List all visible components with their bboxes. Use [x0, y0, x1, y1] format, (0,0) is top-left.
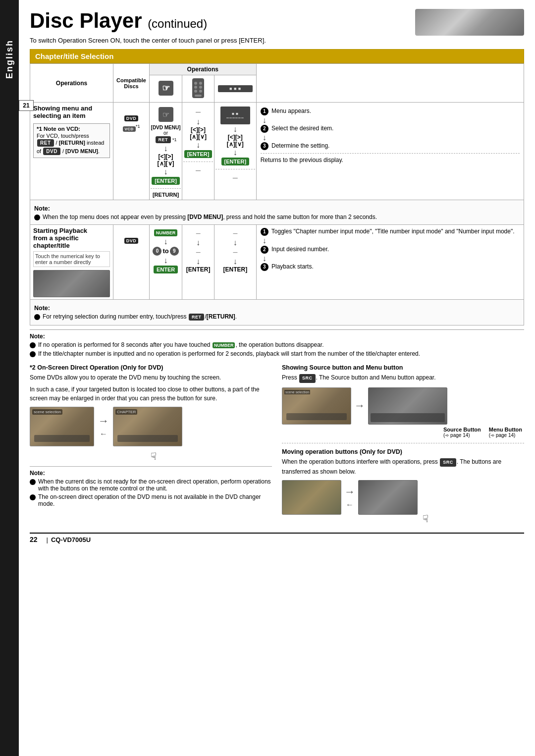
col-header-operations-span: Operations — [149, 64, 256, 75]
enter-btn-unit: [ENTER] — [221, 158, 250, 165]
note-section-2: Note: For retrying selection during numb… — [34, 302, 520, 323]
page-number-box: 21 — [19, 100, 34, 111]
left-note-item-1: When the current disc is not ready for t… — [30, 478, 272, 492]
screenshot-left-2: CHAPTER — [113, 407, 182, 446]
row1-label: Showing menu andselecting an item — [33, 105, 110, 119]
svg-text:☞: ☞ — [162, 110, 169, 119]
row2-remote: – ↓ – ↓ [ENTER] — [182, 225, 214, 300]
moving-ops-title: Moving operation buttons (Only for DVD) — [282, 448, 524, 455]
note-bullet-1: When the top menu does not appear even b… — [34, 214, 520, 220]
unit-icon-header: ■ ■ ■ — [218, 85, 253, 92]
col-header-remote — [182, 75, 214, 103]
table-row-note2: Note: For retrying selection during numb… — [30, 300, 524, 325]
right-column: Showing Source button and Menu button Pr… — [282, 364, 524, 525]
note-bullet-2: For retrying selection during number ent… — [34, 313, 520, 321]
hand-pointer-icon: ☟ — [35, 450, 272, 462]
left-para-1: Some DVDs allow you to operate the DVD m… — [30, 373, 272, 382]
arrow-left-2: ← — [346, 500, 354, 509]
svg-text:☞: ☞ — [162, 83, 170, 93]
row2-desc: 1 Toggles "Chapter number input mode", "… — [256, 225, 524, 300]
source-button-label: Source Button — [443, 427, 481, 432]
col-header-compat: Compatible Discs — [113, 64, 150, 103]
right-arrow-icon: → — [354, 399, 365, 412]
svg-point-3 — [194, 82, 197, 85]
bottom-note-section: Note: If no operation is performed for 8… — [30, 329, 524, 357]
footer-page-number: 22 — [30, 536, 38, 543]
step3-circle: 3 — [261, 142, 268, 150]
page-footer: 22 | CQ-VD7005U — [30, 533, 524, 543]
subtitle: To switch Operation Screen ON, touch the… — [30, 37, 524, 44]
note-section-1: Note: When the top menu does not appear … — [34, 202, 520, 222]
step1-circle: 1 — [261, 108, 268, 115]
vcd-note-title: *1 Note on VCD: — [37, 126, 107, 132]
left-section-title: *2 On-Screen Direct Operation (Only for … — [30, 364, 272, 371]
main-content: Disc Player (continued) To switch Operat… — [19, 0, 535, 558]
row1-unit: ■ ■ ══════ ↓ [<][>][∧][∨] ↓ [ENTER] — [214, 103, 257, 200]
right-ss-2 — [368, 387, 447, 425]
right-ss-3 — [282, 480, 341, 515]
hand-pointer-2-icon: ☟ — [326, 513, 524, 525]
touch-panel-icon: ☞ — [157, 79, 175, 98]
source-menu-labels: Source Button (➾ page 14) Menu Button (➾… — [282, 427, 524, 438]
col-header-touch: ☞ — [149, 75, 182, 103]
row2-compat: DVD — [113, 225, 150, 300]
left-note-label: Note: — [30, 470, 272, 477]
svg-point-5 — [194, 86, 197, 89]
left-column: *2 On-Screen Direct Operation (Only for … — [30, 364, 272, 525]
enter-btn-row2: ENTER — [154, 266, 178, 273]
menu-button-page: (➾ page 14) — [489, 432, 522, 438]
right-section-title: Showing Source button and Menu button — [282, 364, 524, 371]
svg-point-6 — [199, 86, 202, 89]
row2-label: Starting Playbackfrom a specificchapter/… — [33, 227, 110, 249]
svg-point-8 — [199, 90, 202, 93]
col-header-unit: ■ ■ ■ — [214, 75, 257, 103]
row2-touch: NUMBER ↓ 0 to 9 ↓ ENTER — [149, 225, 182, 300]
bottom-note-label: Note: — [30, 333, 524, 340]
row1-desc: 1 Menu appears. ↓ 2 Select the desired i… — [256, 103, 524, 200]
row1-operations: Showing menu andselecting an item *1 Not… — [30, 103, 113, 200]
unit-device-icon: ■ ■ ══════ — [220, 107, 250, 124]
row2-unit: – ↓ – ↓ [ENTER] — [214, 225, 257, 300]
vcd-note-body: For VCD, touch/press RET / [RETURN] inst… — [37, 133, 107, 156]
dvd-badge: DVD — [124, 115, 139, 121]
sidebar-language-label: English — [4, 40, 15, 79]
dashed-separator — [282, 443, 524, 443]
footer-model: CQ-VD7005U — [51, 536, 91, 543]
right-ss-1: scene selection — [282, 387, 351, 425]
page-header: Disc Player (continued) — [30, 9, 524, 33]
row2-step1-circle: 1 — [261, 228, 268, 236]
arrow-left-icon: ← — [100, 430, 107, 438]
bottom-note-item-2: If the title/chapter number is inputted … — [30, 350, 524, 357]
remote-control-icon — [191, 77, 205, 99]
svg-point-7 — [194, 90, 197, 93]
header-image — [415, 9, 524, 36]
table-row-2: Starting Playbackfrom a specificchapter/… — [30, 225, 524, 300]
row1-compat: DVD VCD*1 — [113, 103, 150, 200]
table-row: Showing menu andselecting an item *1 Not… — [30, 103, 524, 200]
sidebar: English — [0, 0, 19, 756]
moving-ops-text: When the operation buttons interfere wit… — [282, 457, 524, 477]
row2-step2-circle: 2 — [261, 246, 268, 254]
page-title: Disc Player (continued) — [30, 9, 207, 33]
arrow-right-icon: → — [98, 415, 109, 428]
right-section-text: Press SRC. The Source button and Menu bu… — [282, 373, 524, 383]
arrow-right-2: → — [344, 486, 355, 498]
right-ss-row-2: → ← — [282, 480, 524, 515]
step2-circle: 2 — [261, 125, 268, 133]
row1-remote: – ↓ [<][>][∧][∨] ↓ [ENTER] – — [182, 103, 214, 200]
operations-table: Operations Compatible Discs Operations ☞ — [30, 63, 524, 325]
left-note-section: Note: When the current disc is not ready… — [30, 466, 272, 507]
left-para-2: In such a case, if your targeted button … — [30, 385, 272, 403]
section-title: Chapter/title Selection — [30, 49, 524, 63]
col-header-desc — [256, 64, 524, 103]
svg-point-4 — [199, 82, 202, 85]
row1-touch: ☞ [DVD MENU] or RET *1 — [149, 103, 182, 200]
col-header-operations: Operations — [30, 64, 113, 103]
two-col-section: *2 On-Screen Direct Operation (Only for … — [30, 364, 524, 525]
table-row-note1: Note: When the top menu does not appear … — [30, 200, 524, 225]
row2-sublabel: Touch the numerical key to enter a numbe… — [33, 251, 110, 267]
right-ss-row-1: scene selection → — [282, 387, 524, 425]
enter-btn-touch: [ENTER] — [152, 177, 180, 185]
enter-btn-remote: [ENTER] — [184, 150, 213, 158]
dvd-badge-2: DVD — [124, 238, 139, 244]
